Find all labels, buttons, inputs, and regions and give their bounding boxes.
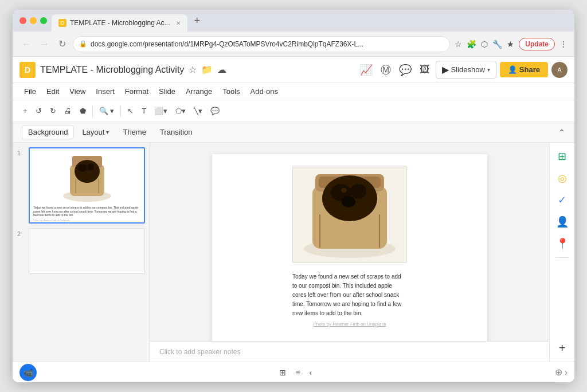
reload-button[interactable]: ↻ (56, 36, 68, 52)
menu-file[interactable]: File (19, 85, 41, 97)
doc-title[interactable]: TEMPLATE - Microblogging Activity (40, 65, 184, 75)
toolbar-collapse-icon[interactable]: ⌃ (558, 128, 565, 137)
extension-icon-4[interactable]: ★ (507, 40, 514, 49)
svg-point-16 (341, 188, 347, 193)
share-button[interactable]: 👤 Share (500, 62, 548, 77)
add-tool-btn[interactable]: + (19, 104, 31, 117)
slide-thumbnail-1: 1 (17, 147, 145, 224)
menu-bar: File Edit View Insert Format Slide Arran… (13, 83, 574, 100)
logo-letter: D (25, 65, 30, 75)
app-logo: D (19, 62, 36, 78)
tab-title: TEMPLATE - Microblogging Ac... (70, 19, 170, 27)
menu-insert[interactable]: Insert (91, 85, 119, 97)
menu-arrange[interactable]: Arrange (181, 85, 217, 97)
header-toolbar-right: 📈 Ⓜ 💬 🖼 ▶ Slideshow ▾ 👤 Share A (358, 61, 568, 79)
close-button[interactable] (19, 17, 26, 24)
back-button[interactable]: ← (19, 37, 33, 52)
tab-close-button[interactable]: ✕ (176, 20, 181, 26)
thumbnail-1-image (58, 153, 116, 205)
extension-icon-3[interactable]: 🔧 (492, 40, 502, 49)
browser-window: D TEMPLATE - Microblogging Ac... ✕ + ← →… (13, 10, 574, 382)
maximize-button[interactable] (40, 17, 47, 24)
extension-icon-2[interactable]: ⬡ (481, 40, 488, 49)
comment-icon[interactable]: 💬 (397, 61, 414, 79)
theme-button[interactable]: Theme (117, 126, 151, 139)
active-tab[interactable]: D TEMPLATE - Microblogging Ac... ✕ (52, 14, 187, 32)
analytics-icon[interactable]: 📈 (358, 61, 375, 79)
filmstrip-view-button[interactable]: ≡ (292, 366, 303, 379)
comment-add-tool[interactable]: 💬 (207, 104, 223, 117)
grid-view-button[interactable]: ⊞ (276, 366, 289, 379)
collapse-icon[interactable]: › (565, 367, 568, 378)
menu-format[interactable]: Format (120, 85, 153, 97)
menu-addons[interactable]: Add-ons (246, 85, 283, 97)
sidebar-sep (555, 257, 569, 258)
drawing-toolbar: + ↺ ↻ 🖨 ⬟ 🔍 ▾ ↖ T ⬜▾ ⬠▾ ╲▾ 💬 (13, 100, 574, 122)
background-button[interactable]: Background (22, 125, 74, 139)
meet-button[interactable]: 📹 (19, 364, 37, 381)
bottom-bar: 📹 ⊞ ≡ ‹ ⊕ › (13, 362, 574, 382)
move-to-icon[interactable]: 📁 (201, 64, 213, 75)
menu-tools[interactable]: Tools (218, 85, 244, 97)
transition-label: Transition (160, 128, 193, 136)
url-bar[interactable]: 🔒 docs.google.com/presentation/d/1MRPg4-… (73, 36, 450, 52)
speaker-notes[interactable]: Click to add speaker notes (150, 341, 549, 362)
menu-slide[interactable]: Slide (154, 85, 180, 97)
toolbar-sep-2 (120, 105, 121, 117)
view-buttons: ⊞ ≡ ‹ (276, 366, 315, 379)
cloud-icon[interactable]: ☁ (217, 64, 226, 75)
meet-icon[interactable]: Ⓜ (378, 61, 393, 79)
slideshow-button[interactable]: ▶ Slideshow ▾ (436, 61, 496, 79)
svg-point-14 (350, 184, 366, 199)
collapse-panel-button[interactable]: ‹ (306, 366, 316, 379)
sidebar-tasks-icon[interactable]: ✓ (553, 191, 572, 209)
menu-view[interactable]: View (65, 85, 90, 97)
thumbnail-1-credit: Photo by Heather Firth on Unsplash (30, 218, 144, 222)
tab-bar: D TEMPLATE - Microblogging Ac... ✕ + (13, 10, 574, 32)
minimize-button[interactable] (30, 17, 37, 24)
star-icon[interactable]: ☆ (189, 64, 197, 75)
zoom-btn[interactable]: 🔍 ▾ (96, 104, 118, 117)
header-icons: ☆ 📁 ☁ (189, 64, 226, 75)
background-label: Background (28, 128, 68, 136)
sidebar-sheets-icon[interactable]: ⊞ (553, 147, 572, 166)
transition-button[interactable]: Transition (154, 126, 198, 139)
doc-tab-icon: D (58, 19, 66, 27)
undo-btn[interactable]: ↺ (32, 104, 45, 117)
meet-icon: 📹 (24, 368, 33, 377)
slideshow-icon: ▶ (442, 64, 449, 75)
forward-button[interactable]: → (38, 37, 52, 52)
thumbnail-2[interactable] (29, 228, 145, 274)
slide-num-2: 2 (17, 228, 25, 237)
line-tool[interactable]: ╲▾ (190, 104, 206, 117)
menu-edit[interactable]: Edit (42, 85, 64, 97)
layout-label: Layout (82, 128, 104, 136)
slide-main-image (298, 168, 401, 260)
browser-actions: ☆ 🧩 ⬡ 🔧 ★ Update ⋮ (455, 38, 568, 50)
redo-btn[interactable]: ↻ (46, 104, 60, 117)
toolbar-sep-1 (92, 105, 93, 117)
address-bar: ← → ↻ 🔒 docs.google.com/presentation/d/1… (13, 32, 574, 57)
cursor-tool[interactable]: ↖ (124, 104, 137, 117)
paint-btn[interactable]: ⬟ (76, 104, 89, 117)
thumbnail-1[interactable]: Today we found a new set of scraps to ad… (29, 147, 145, 224)
image-tool[interactable]: ⬜▾ (151, 104, 171, 117)
textbox-tool[interactable]: T (138, 104, 150, 117)
shape-tool[interactable]: ⬠▾ (172, 104, 189, 117)
canvas-area[interactable]: Today we found a new set of scraps to ad… (150, 143, 549, 362)
sidebar-maps-icon[interactable]: 📍 (553, 234, 572, 253)
bookmark-icon[interactable]: ☆ (455, 40, 462, 49)
avatar[interactable]: A (551, 62, 568, 78)
sidebar-add-icon[interactable]: + (553, 339, 572, 357)
print-btn[interactable]: 🖨 (61, 104, 75, 117)
sidebar-keep-icon[interactable]: ◎ (553, 169, 572, 187)
extension-icon-1[interactable]: 🧩 (467, 40, 476, 49)
update-button[interactable]: Update (519, 38, 555, 50)
browser-menu-icon[interactable]: ⋮ (559, 40, 568, 49)
new-tab-button[interactable]: + (194, 15, 201, 27)
insert-image-icon[interactable]: 🖼 (417, 61, 432, 78)
layout-chevron-icon: ▾ (106, 129, 109, 135)
layout-button[interactable]: Layout ▾ (76, 126, 115, 139)
sidebar-contacts-icon[interactable]: 👤 (553, 213, 572, 231)
expand-icon[interactable]: ⊕ (555, 367, 562, 378)
